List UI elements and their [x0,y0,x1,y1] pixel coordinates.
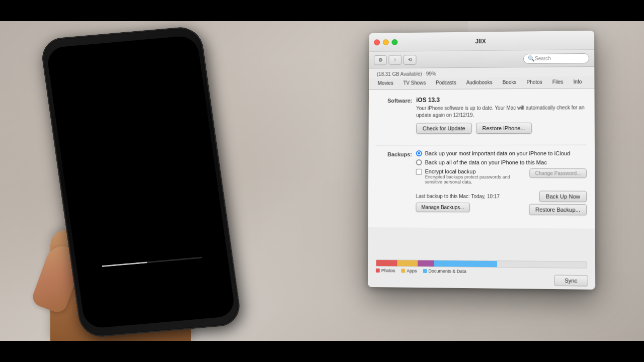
storage-label-docs: Documents & Data [423,268,466,274]
icloud-label: Back up your most important data on your… [425,150,571,156]
gear-button[interactable]: ⚙ [374,55,387,65]
photos-label: Photos [381,268,395,273]
maximize-button[interactable] [392,39,398,45]
background-scene: JIIX ⚙ ↑ ⟲ 🔍 Search (18.31 GB Available)… [0,21,644,341]
nav-tabs: Movies TV Shows Podcasts Audiobooks Book… [369,76,594,90]
window-title: JIIX [475,38,486,45]
storage-free [497,261,586,268]
icloud-radio[interactable] [416,150,422,156]
tab-tv-shows[interactable]: TV Shows [398,77,431,89]
sync-area: Sync [554,275,588,287]
mac-backup-row: Back up all of the data on your iPhone t… [416,159,587,165]
restore-iphone-button[interactable]: Restore iPhone... [476,123,532,134]
ios-version: iOS 13.3 [416,96,586,104]
mac-radio[interactable] [416,159,422,165]
capacity-text: (18.31 GB Available) · 99% [377,70,586,77]
restore-backup-button[interactable]: Restore Backup... [529,204,587,216]
search-placeholder: Search [535,56,551,61]
mac-window: JIIX ⚙ ↑ ⟲ 🔍 Search (18.31 GB Available)… [368,31,595,290]
storage-docs [434,260,497,267]
close-button[interactable] [374,39,380,45]
software-buttons: Check for Update Restore iPhone... [416,122,587,134]
title-bar: JIIX [369,31,594,52]
change-password-button[interactable]: Change Password... [529,168,587,178]
storage-label-photos: Photos [376,268,395,273]
phone-area [0,21,332,341]
storage-photos [376,260,397,266]
tab-movies[interactable]: Movies [373,78,398,89]
storage-bar [376,259,587,268]
software-section: Software: iOS 13.3 Your iPhone software … [376,96,586,140]
backups-section: Backups: Back up your most important dat… [376,150,587,217]
apps-color [401,269,405,273]
black-bar-bottom [0,341,644,362]
encrypt-sublabel: Encrypted backups protect passwords and … [425,174,525,185]
sync-button[interactable]: Sync [554,275,588,287]
encrypt-label: Encrypt local backup [425,168,526,174]
backups-label: Backups: [376,150,416,157]
apps-label: Apps [407,268,417,274]
encrypt-row: Encrypt local backup Encrypted backups p… [416,168,526,185]
manage-backups-button[interactable]: Manage Backups... [416,202,469,212]
search-box[interactable]: 🔍 Search [523,53,589,64]
tab-files[interactable]: Files [547,76,569,88]
storage-bar-wrap: Photos Apps Documents & Data [368,259,595,275]
main-content: Software: iOS 13.3 Your iPhone software … [368,88,595,229]
search-icon: 🔍 [528,55,535,62]
backups-content: Back up your most important data on your… [416,150,587,217]
software-label: Software: [377,97,417,104]
minimize-button[interactable] [383,39,389,45]
ios-description: Your iPhone software is up to date. Your… [416,104,586,119]
tab-info[interactable]: Info [568,76,587,88]
backup-action-buttons: Back Up Now Restore Backup... [529,191,587,215]
storage-other [418,260,434,266]
tab-audiobooks[interactable]: Audiobooks [461,77,498,88]
docs-label: Documents & Data [428,268,466,274]
black-bar-top [0,0,644,21]
tab-podcasts[interactable]: Podcasts [431,77,461,89]
storage-apps [397,260,418,266]
last-backup-text: Last backup to this Mac: Today, 10:17 [416,193,500,199]
phone-progress-bar [102,257,202,267]
phone-screen [46,35,236,329]
check-update-button[interactable]: Check for Update [416,123,472,134]
last-backup-info: Last backup to this Mac: Today, 10:17 Ma… [416,193,500,212]
refresh-button[interactable]: ⟲ [404,55,417,65]
capacity-container: (18.31 GB Available) · 99% [369,67,594,77]
photos-color [376,268,380,273]
mac-label: Back up all of the data on your iPhone t… [425,159,547,165]
docs-color [423,269,427,273]
phone-progress-fill [102,261,147,267]
software-content: iOS 13.3 Your iPhone software is up to d… [416,96,587,140]
share-button[interactable]: ↑ [388,55,401,65]
tab-photos[interactable]: Photos [522,77,547,88]
tab-books[interactable]: Books [498,77,522,88]
icloud-backup-row: Back up your most important data on your… [416,150,587,156]
storage-labels: Photos Apps Documents & Data [376,268,587,275]
divider [376,145,587,146]
encrypt-checkbox[interactable] [416,169,422,175]
storage-label-apps: Apps [401,268,417,273]
back-up-now-button[interactable]: Back Up Now [539,191,587,202]
toolbar: ⚙ ↑ ⟲ 🔍 Search [369,50,594,69]
